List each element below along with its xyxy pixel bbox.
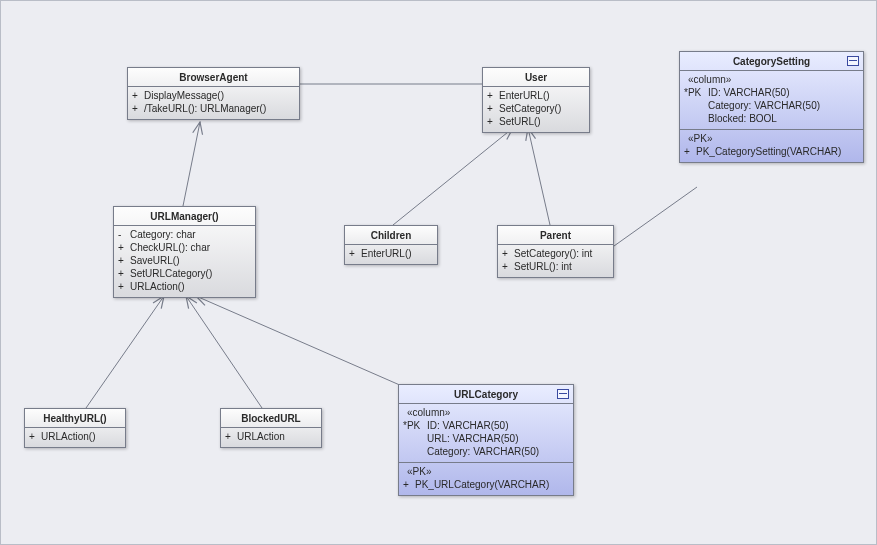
col-row: *PKID: VARCHAR(50)	[403, 419, 569, 432]
op-row: +SetCategory()	[487, 102, 585, 115]
class-title: Parent	[498, 226, 613, 244]
class-title: URLManager()	[114, 207, 255, 225]
op-row: +URLAction()	[118, 280, 251, 293]
op-row: +EnterURL()	[487, 89, 585, 102]
pk-row: +PK_URLCategory(VARCHAR)	[403, 478, 569, 491]
column-stereotype: «column»	[688, 73, 859, 86]
table-pk: «PK» +PK_URLCategory(VARCHAR)	[399, 462, 573, 495]
op-row: +EnterURL()	[349, 247, 433, 260]
class-title: User	[483, 68, 589, 86]
note-icon	[847, 56, 859, 66]
op-row: +SetURL(): int	[502, 260, 609, 273]
op-row: +CheckURL(): char	[118, 241, 251, 254]
op-row: +URLAction()	[29, 430, 121, 443]
table-columns: «column» *PKID: VARCHAR(50) URL: VARCHAR…	[399, 403, 573, 462]
op-row: +SetURL()	[487, 115, 585, 128]
class-browser-agent[interactable]: BrowserAgent +DisplayMessage() +/TakeURL…	[127, 67, 300, 120]
class-operations: +DisplayMessage() +/TakeURL(): URLManage…	[128, 86, 299, 119]
class-operations: +EnterURL()	[345, 244, 437, 264]
pk-stereotype: «PK»	[407, 465, 569, 478]
op-row: +SaveURL()	[118, 254, 251, 267]
op-row: +SetCategory(): int	[502, 247, 609, 260]
table-category-setting[interactable]: CategorySetting «column» *PKID: VARCHAR(…	[679, 51, 864, 163]
class-user[interactable]: User +EnterURL() +SetCategory() +SetURL(…	[482, 67, 590, 133]
table-title: URLCategory	[399, 385, 573, 403]
class-children[interactable]: Children +EnterURL()	[344, 225, 438, 265]
class-healthy-url[interactable]: HealthyURL() +URLAction()	[24, 408, 126, 448]
table-pk: «PK» +PK_CategorySetting(VARCHAR)	[680, 129, 863, 162]
class-title: Children	[345, 226, 437, 244]
col-row: URL: VARCHAR(50)	[403, 432, 569, 445]
op-row: +DisplayMessage()	[132, 89, 295, 102]
table-url-category[interactable]: URLCategory «column» *PKID: VARCHAR(50) …	[398, 384, 574, 496]
class-parent[interactable]: Parent +SetCategory(): int +SetURL(): in…	[497, 225, 614, 278]
class-url-manager[interactable]: URLManager() -Category: char +CheckURL()…	[113, 206, 256, 298]
class-operations: +SetCategory(): int +SetURL(): int	[498, 244, 613, 277]
table-title: CategorySetting	[680, 52, 863, 70]
op-row: +SetURLCategory()	[118, 267, 251, 280]
column-stereotype: «column»	[407, 406, 569, 419]
class-operations: -Category: char +CheckURL(): char +SaveU…	[114, 225, 255, 297]
class-blocked-url[interactable]: BlockedURL +URLAction	[220, 408, 322, 448]
col-row: Blocked: BOOL	[684, 112, 859, 125]
class-operations: +URLAction	[221, 427, 321, 447]
class-title: BlockedURL	[221, 409, 321, 427]
pk-row: +PK_CategorySetting(VARCHAR)	[684, 145, 859, 158]
pk-stereotype: «PK»	[688, 132, 859, 145]
op-row: +/TakeURL(): URLManager()	[132, 102, 295, 115]
op-row: +URLAction	[225, 430, 317, 443]
class-title: HealthyURL()	[25, 409, 125, 427]
col-row: Category: VARCHAR(50)	[403, 445, 569, 458]
class-operations: +URLAction()	[25, 427, 125, 447]
col-row: Category: VARCHAR(50)	[684, 99, 859, 112]
note-icon	[557, 389, 569, 399]
class-operations: +EnterURL() +SetCategory() +SetURL()	[483, 86, 589, 132]
op-row: -Category: char	[118, 228, 251, 241]
table-columns: «column» *PKID: VARCHAR(50) Category: VA…	[680, 70, 863, 129]
class-title: BrowserAgent	[128, 68, 299, 86]
col-row: *PKID: VARCHAR(50)	[684, 86, 859, 99]
